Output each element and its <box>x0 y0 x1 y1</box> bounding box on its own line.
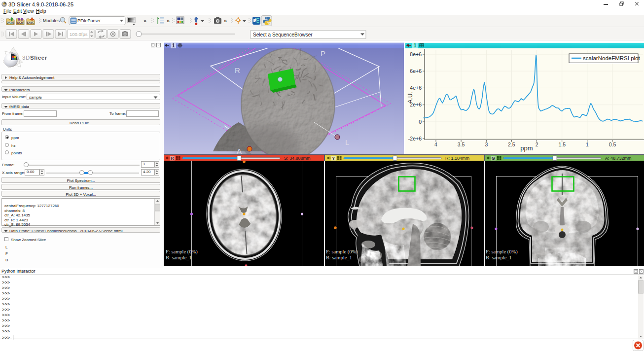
svg-text:B: sample_1: B: sample_1 <box>486 255 512 260</box>
svg-text:4e+6: 4e+6 <box>410 85 422 91</box>
svg-text:0: 0 <box>419 119 422 125</box>
svg-text:4: 4 <box>434 141 437 147</box>
svg-text:»: » <box>143 18 146 24</box>
svg-text:B: sample_1: B: sample_1 <box>326 255 352 260</box>
svg-text:1: 1 <box>172 43 175 48</box>
svg-text:Select a SequenceBrowser: Select a SequenceBrowser <box>253 32 313 37</box>
svg-text:SAVE: SAVE <box>27 21 35 24</box>
svg-text:8e+6: 8e+6 <box>410 51 422 57</box>
svg-text:2: 2 <box>536 141 538 147</box>
svg-text:R: R <box>235 66 240 74</box>
svg-text:2.5: 2.5 <box>508 141 515 147</box>
svg-text:»: » <box>167 18 170 24</box>
svg-text:DCM: DCM <box>17 21 24 24</box>
svg-text:P: P <box>321 49 325 58</box>
svg-text:1: 1 <box>586 141 589 147</box>
svg-text:»: » <box>224 18 227 24</box>
svg-text:scalarNodeFMRSI plot: scalarNodeFMRSI plot <box>583 55 640 61</box>
svg-text:F: sample (0%): F: sample (0%) <box>326 249 358 255</box>
svg-text:PFileParser: PFileParser <box>77 18 101 23</box>
svg-text:A: 48.732mm: A: 48.732mm <box>605 156 632 161</box>
svg-text:A: A <box>237 147 242 154</box>
svg-text:6e+6: 6e+6 <box>410 68 422 74</box>
svg-text:3.5: 3.5 <box>458 141 465 147</box>
svg-text:F: sample (0%): F: sample (0%) <box>486 249 518 255</box>
svg-text:Modules:: Modules: <box>43 18 61 23</box>
svg-text:R: R <box>171 156 174 161</box>
svg-text:A.U.: A.U. <box>407 92 414 103</box>
svg-text:ppm: ppm <box>520 144 533 152</box>
svg-text:1: 1 <box>414 43 417 48</box>
svg-text:100.0fps: 100.0fps <box>70 32 88 37</box>
svg-text:L: L <box>345 138 349 146</box>
svg-text:1.5: 1.5 <box>558 141 566 147</box>
svg-text:Y: Y <box>332 156 335 161</box>
svg-text:R: 1.184mm: R: 1.184mm <box>445 156 469 161</box>
svg-text:DATA: DATA <box>7 21 14 24</box>
svg-text:S: 34.888mm: S: 34.888mm <box>284 156 311 161</box>
svg-text:G: G <box>492 156 495 161</box>
svg-text:B: sample_1: B: sample_1 <box>166 255 192 260</box>
svg-text:3: 3 <box>485 141 488 147</box>
svg-text:0.5: 0.5 <box>609 141 616 147</box>
svg-text:F: sample (0%): F: sample (0%) <box>166 249 198 255</box>
svg-text:-2e+6: -2e+6 <box>408 136 422 141</box>
